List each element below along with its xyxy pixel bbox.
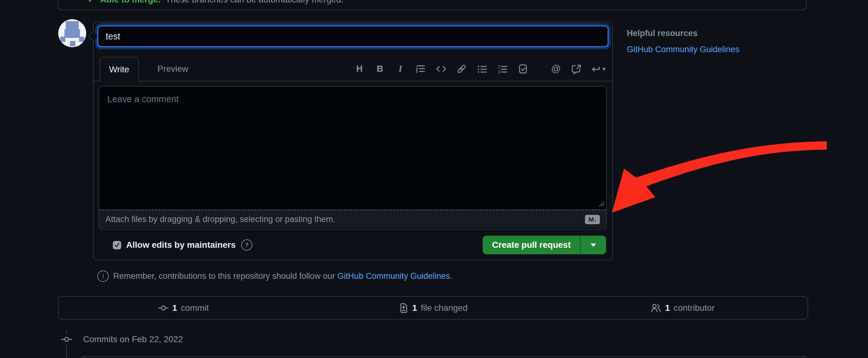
merge-message-text: These branches can be automatically merg… bbox=[165, 0, 343, 5]
markdown-icon[interactable]: M↓ bbox=[585, 215, 600, 224]
pr-stats-bar: 1 commit 1 file changed 1 contributor bbox=[58, 296, 808, 320]
triangle-down-icon bbox=[591, 243, 596, 247]
code-icon[interactable] bbox=[436, 63, 446, 75]
create-pr-dropdown-button[interactable] bbox=[580, 236, 606, 254]
italic-icon[interactable]: I bbox=[395, 63, 405, 75]
pull-request-page: ✓ Able to merge. These branches can be a… bbox=[0, 0, 868, 358]
file-diff-icon bbox=[399, 303, 409, 313]
allow-edits-label: Allow edits by maintainers bbox=[126, 240, 236, 250]
stat-files-changed[interactable]: 1 file changed bbox=[308, 303, 558, 313]
merge-status-text: Able to merge. bbox=[100, 0, 160, 5]
pr-title-input[interactable] bbox=[97, 25, 609, 47]
contributors-count: 1 bbox=[665, 303, 670, 313]
allow-edits-checkbox[interactable] bbox=[113, 241, 121, 249]
ordered-list-icon[interactable]: 12 bbox=[497, 63, 508, 75]
info-icon: i bbox=[97, 271, 109, 282]
contributors-label: contributor bbox=[674, 303, 715, 313]
sidebar-guidelines-link-wrap: GitHub Community Guidelines bbox=[627, 45, 739, 54]
check-icon: ✓ bbox=[87, 0, 95, 5]
commits-date-heading: Commits on Feb 22, 2022 bbox=[83, 334, 183, 345]
commit-list-box bbox=[80, 356, 808, 358]
red-annotation-arrow bbox=[604, 134, 831, 217]
helpful-resources-title: Helpful resources bbox=[627, 29, 698, 38]
tab-preview[interactable]: Preview bbox=[146, 57, 199, 81]
cross-reference-icon[interactable] bbox=[571, 63, 582, 75]
note-suffix: . bbox=[450, 271, 453, 281]
resize-grip-icon[interactable] bbox=[597, 199, 605, 207]
note-prefix: Remember, contributions to this reposito… bbox=[113, 271, 337, 281]
sidebar-guidelines-link[interactable]: GitHub Community Guidelines bbox=[627, 45, 739, 54]
files-label: file changed bbox=[421, 303, 467, 313]
quote-icon[interactable] bbox=[415, 63, 426, 75]
form-action-row: Allow edits by maintainers ? Create pull… bbox=[99, 236, 606, 254]
reply-arrow-glyph: ↩ bbox=[591, 64, 600, 74]
note-text: Remember, contributions to this reposito… bbox=[113, 271, 452, 281]
chevron-down-icon: ▾ bbox=[602, 65, 606, 73]
pr-form-container: Write Preview H B I 12 @ bbox=[93, 22, 613, 260]
stat-contributors[interactable]: 1 contributor bbox=[558, 303, 808, 313]
files-count: 1 bbox=[412, 303, 417, 313]
svg-text:2: 2 bbox=[498, 70, 500, 74]
guidelines-note: i Remember, contributions to this reposi… bbox=[97, 269, 452, 283]
attach-files-zone[interactable]: Attach files by dragging & dropping, sel… bbox=[99, 210, 606, 228]
commit-count: 1 bbox=[173, 303, 177, 313]
comment-textarea[interactable] bbox=[99, 87, 606, 210]
people-icon bbox=[651, 303, 661, 313]
stat-commits[interactable]: 1 commit bbox=[59, 303, 308, 313]
merge-status-banner: ✓ Able to merge. These branches can be a… bbox=[58, 0, 807, 10]
task-list-icon[interactable] bbox=[518, 63, 528, 75]
bold-icon[interactable]: B bbox=[374, 63, 385, 75]
attach-hint-text: Attach files by dragging & dropping, sel… bbox=[105, 215, 335, 224]
link-icon[interactable] bbox=[456, 63, 467, 75]
avatar bbox=[58, 19, 86, 47]
create-pull-request-button[interactable]: Create pull request bbox=[483, 236, 580, 254]
commit-label: commit bbox=[181, 303, 209, 313]
comment-editor: Attach files by dragging & dropping, sel… bbox=[99, 86, 607, 230]
create-pull-request-button-group: Create pull request bbox=[483, 236, 606, 254]
markdown-toolbar: H B I 12 @ bbox=[354, 57, 606, 81]
mention-icon[interactable]: @ bbox=[551, 63, 561, 75]
git-commit-icon bbox=[158, 303, 168, 313]
saved-replies-icon[interactable]: ↩ ▾ bbox=[591, 63, 606, 75]
heading-icon[interactable]: H bbox=[354, 63, 365, 75]
guidelines-link[interactable]: GitHub Community Guidelines bbox=[337, 271, 450, 281]
timeline-line bbox=[66, 345, 67, 358]
help-icon[interactable]: ? bbox=[241, 239, 252, 251]
tab-write[interactable]: Write bbox=[99, 57, 139, 81]
git-commit-timeline-icon bbox=[61, 333, 72, 345]
svg-text:1: 1 bbox=[498, 64, 500, 69]
unordered-list-icon[interactable] bbox=[477, 63, 487, 75]
tab-divider bbox=[94, 81, 612, 81]
